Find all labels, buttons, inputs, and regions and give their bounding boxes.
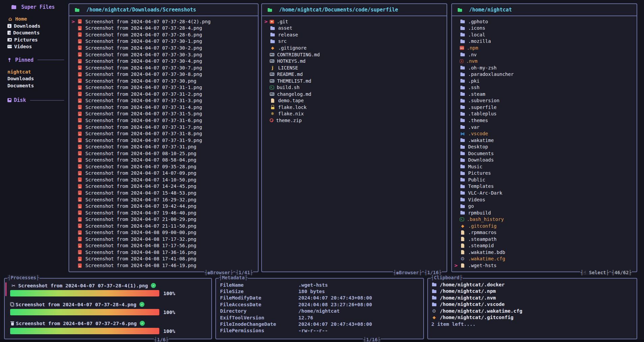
file-row[interactable]: Screenshot from 2024-04-07 14-24-45.png bbox=[72, 183, 257, 190]
file-row[interactable]: Screenshot from 2024-04-07 09-35-28.png bbox=[72, 163, 257, 170]
file-row[interactable]: Screenshot from 2024-04-07 07-37-31-1.pn… bbox=[72, 84, 257, 91]
file-panel-screenshots[interactable]: /home/nightcat/Downloads/Screenshots >Sc… bbox=[69, 3, 259, 272]
file-row[interactable]: HOTKEYS.md bbox=[265, 58, 445, 64]
file-row[interactable]: .subversion bbox=[455, 97, 635, 104]
file-row[interactable]: .gitconfig bbox=[455, 223, 635, 229]
file-row[interactable]: .rpmmacros bbox=[455, 229, 635, 236]
file-row[interactable]: demo.tape bbox=[265, 97, 445, 104]
file-row[interactable]: .wakatime.cfg bbox=[455, 256, 635, 262]
file-row[interactable]: .gitignore bbox=[265, 45, 445, 51]
file-row[interactable]: .nv bbox=[455, 51, 635, 58]
file-row[interactable]: src bbox=[265, 38, 445, 45]
process-item[interactable]: Screenshot from 2024-04-07 07-37-28-4.pn… bbox=[10, 301, 206, 315]
file-row[interactable]: Templates bbox=[455, 183, 635, 190]
file-row[interactable]: Screenshot from 2024-04-07 07-37-30-4.pn… bbox=[72, 58, 257, 64]
file-row[interactable]: Screenshot from 2024-04-08 17-41-08.png bbox=[72, 256, 257, 262]
file-row[interactable]: Screenshot from 2024-04-07 07-37-30.png bbox=[72, 78, 257, 84]
file-row[interactable]: Screenshot from 2024-04-07 07-37-30-2.pn… bbox=[72, 45, 257, 51]
sidebar-item-downloads[interactable]: Downloads bbox=[7, 23, 68, 30]
file-row[interactable]: flake.nix bbox=[265, 111, 445, 117]
file-row[interactable]: changelog.md bbox=[265, 91, 445, 97]
file-row[interactable]: rpmbuild bbox=[455, 209, 635, 216]
file-row[interactable]: theme.zip bbox=[265, 117, 445, 124]
file-row[interactable]: >Screenshot from 2024-04-07 07-37-28-4(2… bbox=[72, 18, 257, 25]
file-row[interactable]: Screenshot from 2024-04-08 09-00-00.png bbox=[72, 229, 257, 236]
file-row[interactable]: .pki bbox=[455, 78, 635, 84]
file-row[interactable]: .oh-my-zsh bbox=[455, 64, 635, 71]
file-row[interactable]: Videos bbox=[455, 196, 635, 203]
sidebar-item-videos[interactable]: Videos bbox=[7, 43, 68, 50]
file-row[interactable]: .ssh bbox=[455, 84, 635, 91]
file-row[interactable]: Screenshot from 2024-04-08 17-17-56.png bbox=[72, 243, 257, 249]
file-row[interactable]: .npm bbox=[455, 45, 635, 51]
file-row[interactable]: .steampid bbox=[455, 243, 635, 249]
sidebar-item-pictures[interactable]: Pictures bbox=[7, 36, 68, 44]
file-row[interactable]: build.sh bbox=[265, 84, 445, 91]
file-row[interactable]: Screenshot from 2024-04-07 07-37-28-6.pn… bbox=[72, 31, 257, 38]
file-row[interactable]: Documents bbox=[455, 150, 635, 157]
file-row[interactable]: Screenshot from 2024-04-07 07-37-31-3.pn… bbox=[72, 97, 257, 104]
file-row[interactable]: Screenshot from 2024-04-07 07-37-31.png bbox=[72, 143, 257, 150]
file-row[interactable]: Screenshot from 2024-04-07 21-00-29.png bbox=[72, 216, 257, 223]
file-row[interactable]: >.git bbox=[265, 18, 445, 25]
file-row[interactable]: Screenshot from 2024-04-07 14-10-50.png bbox=[72, 176, 257, 183]
file-row[interactable]: Music bbox=[455, 163, 635, 170]
file-row[interactable]: .superfile bbox=[455, 104, 635, 111]
file-row[interactable]: Pictures bbox=[455, 170, 635, 177]
file-row[interactable]: Screenshot from 2024-04-08 17-36-16.png bbox=[72, 249, 257, 256]
file-row[interactable]: CONTRIBUTING.md bbox=[265, 51, 445, 58]
file-row[interactable]: Screenshot from 2024-04-07 16-29-32.png bbox=[72, 196, 257, 203]
file-row[interactable]: Screenshot from 2024-04-07 07-37-31-7.pn… bbox=[72, 124, 257, 131]
file-row[interactable]: Screenshot from 2024-04-07 07-37-31-9.pn… bbox=[72, 137, 257, 144]
file-row[interactable]: Screenshot from 2024-04-07 07-37-31-2.pn… bbox=[72, 91, 257, 97]
file-row[interactable]: release bbox=[265, 31, 445, 38]
file-row[interactable]: VLC-Arc-Dark bbox=[455, 190, 635, 196]
file-row[interactable]: LICENSE bbox=[265, 64, 445, 71]
file-row[interactable]: Screenshot from 2024-04-07 08-10-25.png bbox=[72, 150, 257, 157]
file-row[interactable]: .wakatime.bdb bbox=[455, 249, 635, 256]
file-row[interactable]: >.wget-hsts bbox=[455, 262, 635, 269]
file-row[interactable]: Screenshot from 2024-04-07 19-42-44.png bbox=[72, 203, 257, 209]
file-row[interactable]: Screenshot from 2024-04-07 14-07-09.png bbox=[72, 170, 257, 177]
file-row[interactable]: .tableplus bbox=[455, 111, 635, 117]
file-row[interactable]: .icons bbox=[455, 25, 635, 32]
file-panel-superfile[interactable]: /home/nightcat/Documents/code/superfile … bbox=[261, 3, 447, 272]
pinned-item-documents[interactable]: Documents bbox=[7, 82, 68, 89]
file-row[interactable]: flake.lock bbox=[265, 104, 445, 111]
sidebar-item-home[interactable]: Home bbox=[7, 16, 68, 23]
file-row[interactable]: .paradoxlauncher bbox=[455, 71, 635, 78]
file-row[interactable]: THEMELIST.md bbox=[265, 78, 445, 84]
file-row[interactable]: Downloads bbox=[455, 156, 635, 163]
file-row[interactable]: asset bbox=[265, 25, 445, 32]
file-panel-home[interactable]: /home/nightcat .gphoto .icons .local .mo… bbox=[451, 3, 637, 272]
file-row[interactable]: .var bbox=[455, 124, 635, 131]
file-row[interactable]: Screenshot from 2024-04-07 07-37-31-6.pn… bbox=[72, 117, 257, 124]
file-row[interactable]: Screenshot from 2024-04-07 15-48-53.png bbox=[72, 190, 257, 196]
file-row[interactable]: Screenshot from 2024-04-07 07-37-31-4.pn… bbox=[72, 104, 257, 111]
file-row[interactable]: README.md bbox=[265, 71, 445, 78]
file-row[interactable]: .vscode bbox=[455, 130, 635, 137]
file-row[interactable]: Screenshot from 2024-04-07 07-37-28-4.pn… bbox=[72, 25, 257, 32]
file-row[interactable]: .nvm bbox=[455, 58, 635, 64]
pinned-item-nightcat[interactable]: nightcat bbox=[7, 68, 68, 76]
process-item[interactable]: Screenshot from 2024-04-07 07-37-28-4(1)… bbox=[10, 282, 206, 296]
file-row[interactable]: Screenshot from 2024-04-07 07-37-31-8.pn… bbox=[72, 130, 257, 137]
file-row[interactable]: .mozilla bbox=[455, 38, 635, 45]
file-row[interactable]: Screenshot from 2024-04-07 07-37-30-1.pn… bbox=[72, 38, 257, 45]
process-item[interactable]: Screenshot from 2024-04-07 07-37-27-6.pn… bbox=[10, 320, 206, 334]
file-row[interactable]: go bbox=[455, 203, 635, 209]
file-row[interactable]: .local bbox=[455, 31, 635, 38]
file-row[interactable]: .bash_history bbox=[455, 216, 635, 223]
file-row[interactable]: Screenshot from 2024-04-07 19-46-40.png bbox=[72, 209, 257, 216]
file-row[interactable]: Screenshot from 2024-04-08 17-46-19.png bbox=[72, 262, 257, 269]
file-row[interactable]: .steam bbox=[455, 91, 635, 97]
file-row[interactable]: Screenshot from 2024-04-07 07-37-30-8.pn… bbox=[72, 71, 257, 78]
file-row[interactable]: Screenshot from 2024-04-07 07-37-31-5.pn… bbox=[72, 111, 257, 117]
file-row[interactable]: Screenshot from 2024-04-07 08-58-04.png bbox=[72, 156, 257, 163]
file-row[interactable]: .themes bbox=[455, 117, 635, 124]
file-row[interactable]: .gphoto bbox=[455, 18, 635, 25]
file-row[interactable]: Desktop bbox=[455, 143, 635, 150]
file-row[interactable]: .wakatime bbox=[455, 137, 635, 144]
file-row[interactable]: .steampath bbox=[455, 236, 635, 243]
file-row[interactable]: Screenshot from 2024-04-07 07-37-30-3.pn… bbox=[72, 51, 257, 58]
